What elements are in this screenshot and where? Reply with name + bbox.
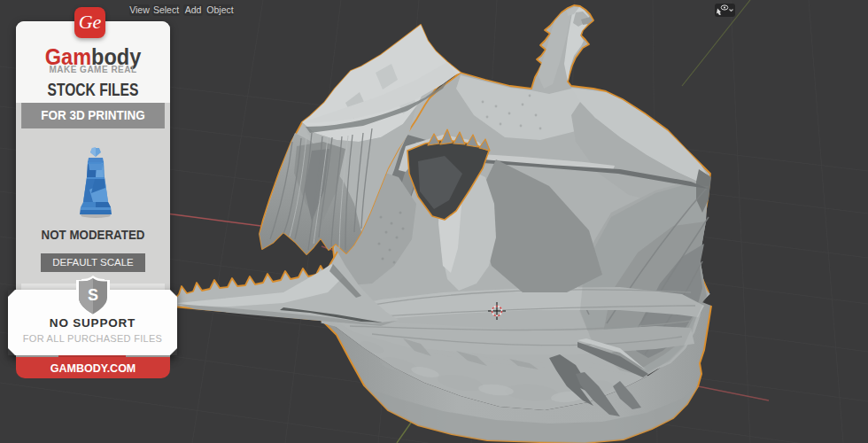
svg-text:S: S	[88, 286, 98, 304]
